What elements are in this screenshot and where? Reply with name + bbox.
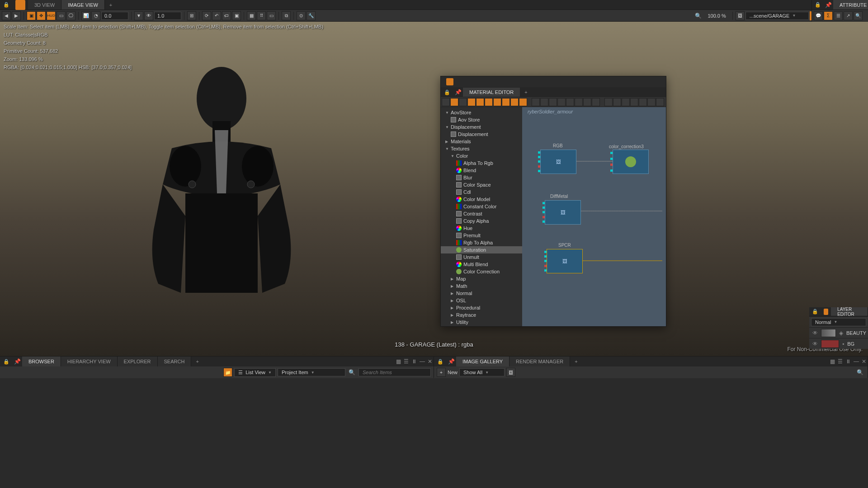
circle2-icon[interactable] <box>630 98 638 106</box>
tab-add[interactable]: + <box>520 88 532 97</box>
visible-icon[interactable]: 👁 <box>811 341 819 347</box>
search-input[interactable] <box>359 368 431 376</box>
pin-icon[interactable]: 📌 <box>13 358 22 365</box>
tree-displacement[interactable]: ▼Displacement <box>441 123 522 131</box>
value-2-input[interactable] <box>154 12 181 20</box>
target-icon[interactable] <box>622 98 630 106</box>
node-spcr[interactable]: 🖼 <box>547 249 583 273</box>
snap-icon[interactable] <box>557 98 566 106</box>
tree-multi-blend[interactable]: Multi Blend <box>441 261 522 268</box>
chart-icon[interactable]: 📊 <box>81 11 90 20</box>
tab-render-manager[interactable]: RENDER MANAGER <box>509 357 570 366</box>
texture-tree[interactable]: ▼AovStore Aov Store ▼Displacement Displa… <box>441 107 522 326</box>
tree-raytrace[interactable]: ▶Raytrace <box>441 311 522 319</box>
hud-icon[interactable]: HUD <box>47 11 56 20</box>
filter-icon[interactable]: ▼ <box>134 11 143 20</box>
snapshot-icon[interactable]: ▣ <box>232 11 241 20</box>
tab-image-gallery[interactable]: IMAGE GALLERY <box>456 357 509 366</box>
lock-icon[interactable]: 🔒 <box>443 89 451 96</box>
minimize-icon[interactable]: — <box>418 358 426 365</box>
circle-icon[interactable] <box>613 98 621 106</box>
node-icon-1[interactable] <box>532 98 540 106</box>
tab-explorer[interactable]: EXPLORER <box>118 357 158 366</box>
tab-browser[interactable]: BROWSER <box>22 357 61 366</box>
display-icon[interactable]: ▭ <box>57 11 66 20</box>
sigma-icon[interactable]: Σ <box>824 11 833 20</box>
dots-icon[interactable]: ⠿ <box>257 11 266 20</box>
tree-blend[interactable]: Blend <box>441 167 522 174</box>
color-pick-icon[interactable]: ⊙ <box>297 11 306 20</box>
attribute-tab[interactable]: ATTRIBUTE <box>833 0 868 9</box>
more-icon[interactable] <box>656 98 664 106</box>
node-icon-2[interactable] <box>540 98 548 106</box>
tab-image-view[interactable]: IMAGE VIEW <box>61 0 105 9</box>
tab-add[interactable]: + <box>191 357 203 366</box>
arrow-icon[interactable]: ↗ <box>844 11 853 20</box>
wrench-icon[interactable]: 🔧 <box>307 11 316 20</box>
tab-hierarchy[interactable]: HIERARCHY VIEW <box>61 357 118 366</box>
layer-editor-tab[interactable]: LAYER EDITOR <box>831 307 868 316</box>
value-1-input[interactable] <box>101 12 128 20</box>
fit-icon[interactable] <box>566 98 574 106</box>
menu-icon[interactable]: ☰ <box>836 358 844 365</box>
tree-contrast[interactable]: Contrast <box>441 210 522 217</box>
chat-icon[interactable]: 💬 <box>814 11 823 20</box>
search-icon[interactable]: 🔍 <box>855 369 865 375</box>
tree-alpha-to-rgb[interactable]: Alpha To Rgb <box>441 160 522 167</box>
history-back-icon[interactable]: ◀ <box>2 11 11 20</box>
square-icon[interactable] <box>647 98 656 106</box>
tree-map[interactable]: ▶Map <box>441 275 522 282</box>
nav-back-icon[interactable] <box>442 98 450 106</box>
close-icon[interactable]: ✕ <box>426 358 434 365</box>
select-tool-icon[interactable]: ▣ <box>27 11 36 20</box>
tree-materials[interactable]: ▶Materials <box>441 138 522 145</box>
tree-copy-alpha[interactable]: Copy Alpha <box>441 217 522 225</box>
lock-icon[interactable]: 🔒 <box>437 358 444 365</box>
tool-5-icon[interactable] <box>485 98 493 106</box>
tree-saturation[interactable]: Saturation <box>441 246 522 253</box>
tree-color-correction[interactable]: Color Correction <box>441 268 522 275</box>
tree-aovstore[interactable]: ▼AovStore <box>441 109 522 116</box>
tag-icon[interactable]: 🏷 <box>222 11 231 20</box>
node-rgb[interactable]: 🖼 <box>540 150 576 174</box>
tree-math[interactable]: ▶Math <box>441 282 522 290</box>
menu-icon[interactable]: ☰ <box>402 358 410 365</box>
pin-icon[interactable]: 📌 <box>447 358 456 365</box>
clock-icon[interactable]: ◔ <box>91 11 100 20</box>
move-tool-icon[interactable]: ✥ <box>37 11 46 20</box>
tree-unmult[interactable]: Unmult <box>441 253 522 261</box>
eye-icon[interactable]: 👁 <box>144 11 153 20</box>
tree-normal[interactable]: ▶Normal <box>441 290 522 297</box>
tree-osl[interactable]: ▶OSL <box>441 297 522 304</box>
pin-icon[interactable]: 📌 <box>453 89 463 95</box>
zoom-icon[interactable]: 🔍 <box>693 13 703 19</box>
grid-icon[interactable]: ▦ <box>829 358 836 365</box>
tree-color-space[interactable]: Color Space <box>441 181 522 188</box>
tree-constant-color[interactable]: Constant Color <box>441 203 522 210</box>
lock-icon[interactable]: 🔒 <box>812 308 818 315</box>
lock-icon[interactable]: 🔒 <box>815 1 821 9</box>
tool-2-icon[interactable] <box>459 98 467 106</box>
tree-displacement-child[interactable]: Displacement <box>441 131 522 138</box>
list-icon[interactable]: ☰ <box>834 11 843 20</box>
history-fwd-icon[interactable]: ▶ <box>12 11 21 20</box>
tree-cdl[interactable]: Cdl <box>441 188 522 196</box>
lock-icon[interactable]: 🔒 <box>3 358 10 365</box>
filter-icon[interactable] <box>510 98 519 106</box>
tool-6-icon[interactable] <box>493 98 501 106</box>
scene-path-dropdown[interactable]: ...scene/GARAGE▼ <box>745 12 809 20</box>
visible-icon[interactable]: 👁 <box>811 330 819 336</box>
tree-premult[interactable]: Premult <box>441 232 522 239</box>
list-icon[interactable] <box>639 98 647 106</box>
node-color-correction3[interactable] <box>613 150 649 174</box>
cube-icon[interactable] <box>502 98 510 106</box>
layer-beauty[interactable]: 👁 ◈ BEAUTY <box>809 327 868 338</box>
tree-utility[interactable]: ▶Utility <box>441 319 522 326</box>
refresh-icon[interactable]: ⟳ <box>202 11 211 20</box>
lock-icon[interactable]: 🔒 <box>3 1 10 9</box>
grid-icon[interactable]: ▦ <box>395 358 402 365</box>
image-icon[interactable]: 🖼 <box>506 368 515 377</box>
filter-dropdown[interactable]: Project Item▼ <box>278 368 345 376</box>
tab-add[interactable]: + <box>570 357 582 366</box>
material-editor-tab[interactable]: MATERIAL EDITOR <box>463 88 520 97</box>
